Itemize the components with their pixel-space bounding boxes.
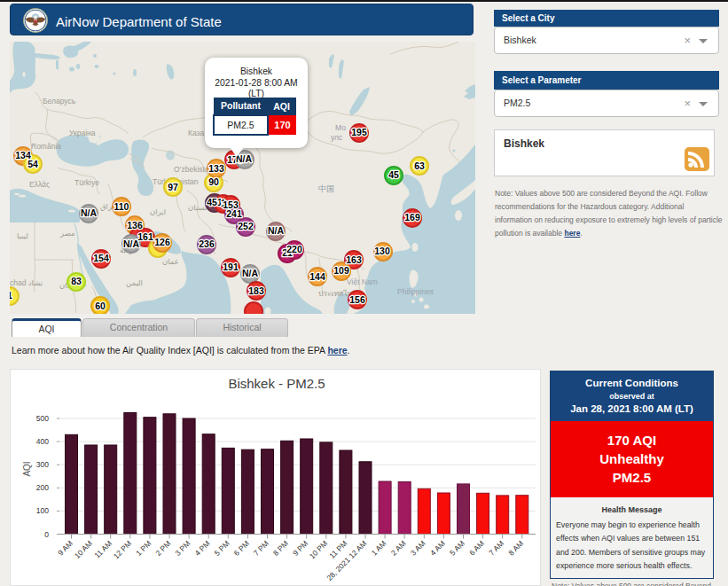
svg-text:Philippines: Philippines <box>397 287 434 296</box>
svg-text:0: 0 <box>44 530 49 539</box>
svg-text:100: 100 <box>36 506 49 515</box>
svg-text:Türkiye: Türkiye <box>74 178 99 187</box>
svg-text:O’zbekisto: O’zbekisto <box>174 165 209 174</box>
svg-text:Беларусь: Беларусь <box>43 97 76 105</box>
svg-text:8 AM: 8 AM <box>506 539 525 558</box>
svg-text:عمان: عمان <box>162 257 179 266</box>
svg-text:ليبيا: ليبيا <box>17 231 28 240</box>
svg-text:اليمن: اليمن <box>126 278 143 287</box>
svg-text:Каза: Каза <box>188 129 204 137</box>
svg-text:6 PM: 6 PM <box>232 539 251 558</box>
svg-text:ايران: ايران <box>150 207 166 216</box>
svg-text:AQI: AQI <box>22 461 32 476</box>
svg-text:2 AM: 2 AM <box>389 539 408 558</box>
svg-text:9 AM: 9 AM <box>56 539 74 558</box>
svg-text:2 PM: 2 PM <box>153 539 172 558</box>
svg-text:4 AM: 4 AM <box>428 539 447 558</box>
svg-text:300: 300 <box>36 460 49 469</box>
svg-text:chad تشاد: chad تشاد <box>10 278 43 287</box>
svg-text:Ελλάς: Ελλάς <box>29 180 50 189</box>
svg-text:улс: улс <box>331 133 343 142</box>
svg-text:11 AM: 11 AM <box>92 539 114 560</box>
svg-text:7 AM: 7 AM <box>487 539 505 558</box>
svg-text:Мо: Мо <box>335 123 346 132</box>
svg-text:România: România <box>31 142 61 151</box>
svg-text:5 AM: 5 AM <box>448 539 466 558</box>
svg-text:Việt Nam: Việt Nam <box>347 277 378 286</box>
svg-text:4 PM: 4 PM <box>193 539 212 558</box>
svg-text:10 PM: 10 PM <box>308 539 329 560</box>
svg-text:7 PM: 7 PM <box>252 539 270 558</box>
svg-text:مصر: مصر <box>59 229 75 238</box>
svg-text:1 PM: 1 PM <box>134 539 153 558</box>
svg-text:3 AM: 3 AM <box>409 539 427 558</box>
svg-text:6 AM: 6 AM <box>467 539 486 558</box>
svg-text:8 PM: 8 PM <box>271 539 290 558</box>
svg-text:中国: 中国 <box>318 184 334 193</box>
svg-text:12 PM: 12 PM <box>112 539 133 560</box>
svg-text:200: 200 <box>36 483 49 492</box>
svg-text:Украіна: Украіна <box>69 129 96 137</box>
svg-text:Bishkek - PM2.5: Bishkek - PM2.5 <box>228 376 325 391</box>
svg-text:5 PM: 5 PM <box>213 539 231 558</box>
svg-text:1 AM: 1 AM <box>370 539 388 558</box>
svg-text:500: 500 <box>36 414 49 423</box>
svg-text:400: 400 <box>36 437 49 446</box>
svg-text:10 AM: 10 AM <box>73 539 94 560</box>
svg-text:3 PM: 3 PM <box>173 539 192 558</box>
